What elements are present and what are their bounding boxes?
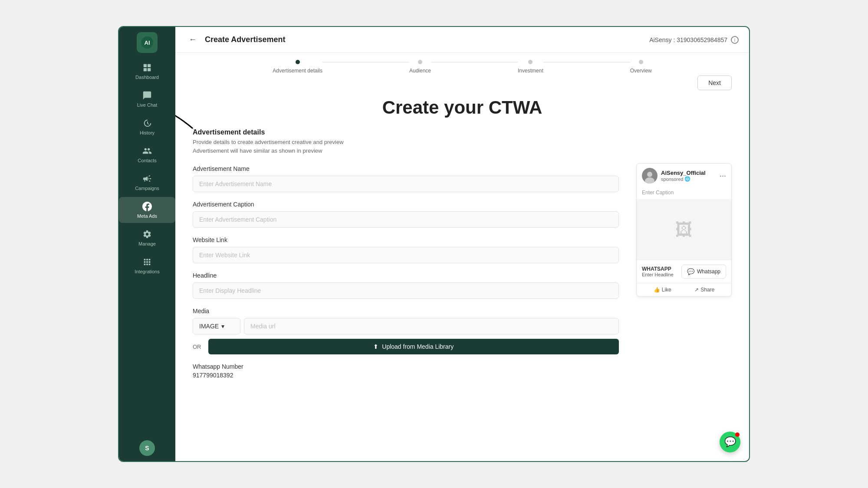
share-action[interactable]: ↗ Share (694, 287, 714, 293)
sidebar-bottom: S (139, 440, 155, 456)
form-section: Advertisement details Provide details to… (193, 128, 619, 387)
share-icon: ↗ (694, 287, 699, 293)
website-link-field: Website Link (193, 236, 619, 263)
svg-text:AI: AI (145, 39, 150, 46)
arrow-annotation (175, 102, 201, 137)
media-field: Media IMAGE ▾ OR ⬆ Uplo (193, 308, 619, 354)
step-circle (296, 60, 300, 64)
or-row: OR ⬆ Upload from Media Library (193, 339, 619, 354)
step-audience: Audience (409, 60, 431, 74)
headline-field: Headline (193, 272, 619, 299)
step-label: Overview (630, 68, 652, 74)
preview-section: AiSensy_Official sponsored 🌐 ··· Ent (636, 128, 732, 297)
progress-steps: Advertisement details Audience Investmen… (175, 53, 749, 75)
preview-footer: 👍 Like ↗ Share (637, 283, 731, 296)
sidebar-item-meta-ads[interactable]: Meta Ads (119, 197, 175, 223)
step-circle (639, 60, 643, 64)
preview-headline-placeholder: Enter Headline (642, 272, 674, 277)
chat-bubble-icon: 💬 (724, 436, 736, 448)
header: ← Create Advertisement AiSensy : 3190306… (175, 27, 749, 53)
sidebar-item-label: Live Chat (137, 102, 157, 108)
step-connector-1 (322, 62, 409, 62)
sidebar-item-label: Integrations (135, 269, 159, 274)
step-overview: Overview (630, 60, 652, 74)
sidebar-item-live-chat[interactable]: Live Chat (119, 86, 175, 112)
media-row: IMAGE ▾ (193, 318, 619, 334)
media-url-input[interactable] (244, 318, 619, 334)
gear-icon (142, 229, 152, 239)
chat-bubble[interactable]: 💬 (720, 432, 740, 452)
account-info: AiSensy : 319030652984857 (649, 36, 727, 43)
upload-media-button[interactable]: ⬆ Upload from Media Library (208, 339, 619, 354)
sidebar-item-manage[interactable]: Manage (119, 225, 175, 251)
preview-more-icon[interactable]: ··· (720, 171, 726, 180)
preview-header: AiSensy_Official sponsored 🌐 ··· (637, 164, 731, 188)
ad-name-field: Advertisement Name (193, 165, 619, 192)
whatsapp-number-label: Whatsapp Number (193, 363, 619, 370)
sidebar-item-dashboard[interactable]: Dashboard (119, 58, 175, 84)
or-label: OR (193, 344, 201, 350)
ad-name-input[interactable] (193, 176, 619, 192)
ad-caption-label: Advertisement Caption (193, 201, 619, 208)
sidebar-item-label: Dashboard (135, 75, 159, 80)
ctwa-heading: Create your CTWA (193, 97, 732, 118)
preview-cta: WHATSAPP Enter Headline 💬 Whatsapp (637, 260, 731, 283)
app-logo: AI (137, 32, 158, 53)
svg-point-4 (647, 172, 652, 177)
chat-bubble-badge (735, 432, 740, 437)
preview-sponsored: sponsored 🌐 (661, 176, 706, 182)
header-left: ← Create Advertisement (186, 33, 285, 47)
website-link-label: Website Link (193, 236, 619, 243)
info-icon: i (731, 36, 739, 44)
header-right: AiSensy : 319030652984857 i (649, 36, 739, 44)
whatsapp-number-value: 917799018392 (193, 372, 619, 379)
facebook-icon (142, 201, 152, 212)
whatsapp-cta-button[interactable]: 💬 Whatsapp (681, 265, 726, 278)
user-avatar[interactable]: S (139, 440, 155, 456)
preview-cta-type: WHATSAPP (642, 266, 674, 272)
preview-profile-name: AiSensy_Official (661, 170, 706, 176)
upload-icon: ⬆ (373, 343, 378, 350)
website-link-input[interactable] (193, 247, 619, 263)
preview-caption: Enter Caption (637, 188, 731, 199)
preview-image: 🖼 (637, 199, 731, 260)
like-action[interactable]: 👍 Like (654, 287, 671, 293)
chevron-down-icon: ▾ (221, 323, 224, 330)
form-layout: Advertisement details Provide details to… (193, 128, 732, 387)
sidebar-item-label: Meta Ads (137, 213, 157, 219)
chat-icon (142, 90, 152, 101)
back-button[interactable]: ← (186, 33, 200, 47)
next-btn-container: Next (193, 75, 732, 90)
sidebar-item-label: Contacts (138, 158, 156, 163)
step-circle (418, 60, 422, 64)
contacts-icon (142, 146, 152, 156)
step-label: Investment (518, 68, 543, 74)
main-content: ← Create Advertisement AiSensy : 3190306… (175, 27, 749, 461)
next-button[interactable]: Next (697, 75, 732, 90)
headline-label: Headline (193, 272, 619, 279)
sidebar-item-history[interactable]: History (119, 114, 175, 140)
headline-input[interactable] (193, 282, 619, 299)
like-icon: 👍 (654, 287, 660, 293)
sidebar-item-campaigns[interactable]: Campaigns (119, 169, 175, 195)
scroll-area: Next Create your CTWA Advertisement deta… (175, 75, 749, 461)
page-title: Create Advertisement (205, 35, 285, 44)
whatsapp-icon: 💬 (687, 268, 694, 275)
step-label: Advertisement details (273, 68, 322, 74)
section-title: Advertisement details (193, 128, 619, 136)
grid-icon (142, 62, 152, 73)
step-ad-details: Advertisement details (273, 60, 322, 74)
globe-icon: 🌐 (684, 176, 690, 182)
sidebar-item-integrations[interactable]: Integrations (119, 252, 175, 278)
media-type-select[interactable]: IMAGE ▾ (193, 318, 240, 334)
ad-preview-card: AiSensy_Official sponsored 🌐 ··· Ent (636, 163, 732, 297)
ad-caption-input[interactable] (193, 211, 619, 228)
preview-cta-left: WHATSAPP Enter Headline (642, 266, 674, 277)
sidebar-item-contacts[interactable]: Contacts (119, 141, 175, 167)
sidebar: AI Dashboard Live Chat History (119, 27, 175, 461)
image-placeholder-icon: 🖼 (675, 220, 693, 239)
sidebar-item-label: Campaigns (135, 186, 159, 191)
integrations-icon (142, 257, 152, 267)
ad-caption-field: Advertisement Caption (193, 201, 619, 228)
clock-icon (142, 118, 152, 128)
